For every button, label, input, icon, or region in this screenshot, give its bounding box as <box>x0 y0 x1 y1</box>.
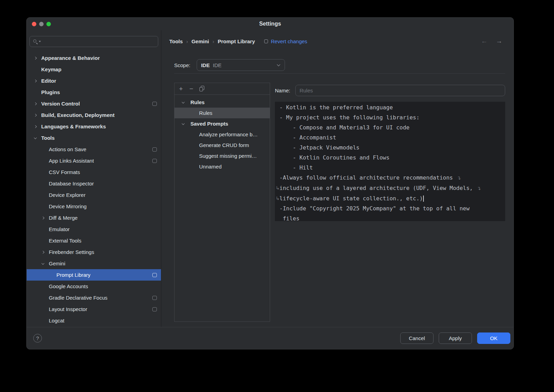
sidebar-item-google-accounts[interactable]: Google Accounts <box>27 281 161 292</box>
sidebar-item-layout-inspector[interactable]: Layout Inspector <box>27 303 161 315</box>
chevron-right-icon[interactable] <box>41 251 49 253</box>
sidebar-item-device-explorer[interactable]: Device Explorer <box>27 189 161 201</box>
prompt-item-suggest-missing-permi[interactable]: Suggest missing permi… <box>175 151 270 161</box>
sidebar-item-languages-and-frameworks[interactable]: Languages & Frameworks <box>27 121 161 132</box>
plugin-badge-icon <box>152 147 157 152</box>
prompt-group-saved-prompts[interactable]: Saved Prompts <box>175 118 270 129</box>
sidebar-item-csv-formats[interactable]: CSV Formats <box>27 166 161 178</box>
tree-indent-spacer <box>41 308 49 310</box>
sidebar-item-actions-on-save[interactable]: Actions on Save <box>27 144 161 155</box>
prompt-item-generate-crud-form[interactable]: Generate CRUD form <box>175 140 270 151</box>
close-window-button[interactable] <box>32 22 36 26</box>
breadcrumb-separator: › <box>213 38 214 44</box>
sidebar-item-gradle-declarative-focus[interactable]: Gradle Declarative Focus <box>27 292 161 303</box>
prompt-list-toolbar: + − <box>175 83 270 95</box>
sidebar-item-plugins[interactable]: Plugins <box>27 86 161 98</box>
sidebar-item-app-links-assistant[interactable]: App Links Assistant <box>27 155 161 166</box>
sidebar-item-editor[interactable]: Editor <box>27 75 161 86</box>
minimize-window-button[interactable] <box>39 22 44 26</box>
prompt-item-analyze-performance-b[interactable]: Analyze performance b… <box>175 129 270 140</box>
plugin-badge-icon <box>152 159 157 163</box>
sidebar-item-external-tools[interactable]: External Tools <box>27 235 161 246</box>
ok-button[interactable]: OK <box>477 332 510 344</box>
window-title: Settings <box>259 21 281 27</box>
code-text: - Kotlin is the preferred language <box>279 104 393 111</box>
history-navigation: ← → <box>481 37 505 45</box>
plugin-badge-icon <box>152 102 157 106</box>
search-icon <box>33 39 38 44</box>
chevron-right-icon[interactable] <box>34 126 41 128</box>
soft-wrap-icon: ↳ <box>276 183 280 193</box>
titlebar: Settings <box>27 18 513 30</box>
sidebar-item-appearance-and-behavior[interactable]: Appearance & Behavior <box>27 52 161 64</box>
breadcrumb-item-gemini[interactable]: Gemini <box>191 38 209 44</box>
prompt-label: Suggest missing permi… <box>199 153 260 159</box>
tree-indent-spacer <box>41 183 49 184</box>
add-prompt-button[interactable]: + <box>179 85 183 92</box>
text-cursor <box>423 195 424 202</box>
chevron-right-icon[interactable] <box>34 103 41 105</box>
sidebar-item-build-execution-deployment[interactable]: Build, Execution, Deployment <box>27 109 161 121</box>
settings-tree: Appearance & BehaviorKeymapEditorPlugins… <box>27 47 161 327</box>
copy-prompt-button[interactable] <box>200 86 204 91</box>
chevron-down-icon[interactable] <box>181 123 190 125</box>
prompt-text-editor[interactable]: - Kotlin is the preferred language- My p… <box>275 102 505 221</box>
chevron-down-icon[interactable] <box>41 263 49 264</box>
scope-dropdown[interactable]: IDE IDE <box>197 59 285 71</box>
sidebar-item-label: CSV Formats <box>49 169 80 175</box>
chevron-right-icon[interactable] <box>41 217 49 219</box>
tree-indent-spacer <box>41 228 49 230</box>
apply-button[interactable]: Apply <box>439 332 472 344</box>
forward-arrow-button[interactable]: → <box>496 37 502 45</box>
tree-indent-spacer <box>41 148 49 150</box>
chevron-down-icon[interactable] <box>181 102 190 103</box>
sidebar-item-label: Actions on Save <box>49 146 86 152</box>
breadcrumb-item-tools[interactable]: Tools <box>169 38 183 44</box>
chevron-down-icon[interactable] <box>34 137 41 139</box>
prompt-item-unnamed[interactable]: Unnamed <box>175 161 270 172</box>
search-history-chevron-icon[interactable] <box>39 41 41 42</box>
code-text: including use of a layered architecture … <box>279 185 476 191</box>
breadcrumb-item-prompt-library[interactable]: Prompt Library <box>218 38 255 44</box>
sidebar-item-gemini[interactable]: Gemini <box>27 258 161 269</box>
dialog-body: Appearance & BehaviorKeymapEditorPlugins… <box>27 30 513 327</box>
sidebar-item-device-mirroring[interactable]: Device Mirroring <box>27 201 161 212</box>
sidebar-item-tools[interactable]: Tools <box>27 132 161 144</box>
sidebar-item-emulator[interactable]: Emulator <box>27 224 161 235</box>
sidebar-item-version-control[interactable]: Version Control <box>27 98 161 109</box>
chevron-right-icon[interactable] <box>34 57 41 59</box>
code-line: - Accompanist <box>279 133 501 143</box>
code-text: - Hilt <box>279 164 313 171</box>
tree-indent-spacer <box>41 194 49 196</box>
window-controls <box>32 18 51 30</box>
remove-prompt-button[interactable]: − <box>189 85 193 92</box>
prompt-name-input[interactable]: Rules <box>295 85 505 96</box>
code-text: lifecycle-aware UI state collection., et… <box>279 195 423 202</box>
chevron-right-icon[interactable] <box>34 114 41 116</box>
sidebar-item-keymap[interactable]: Keymap <box>27 64 161 75</box>
prompt-item-rules[interactable]: Rules <box>175 108 270 118</box>
chevron-right-icon[interactable] <box>34 80 41 82</box>
sidebar-item-logcat[interactable]: Logcat <box>27 315 161 326</box>
sidebar-item-label: Firebender Settings <box>49 249 94 255</box>
sidebar-item-label: Editor <box>41 78 56 84</box>
zoom-window-button[interactable] <box>46 22 51 26</box>
sidebar-item-label: External Tools <box>49 238 81 244</box>
prompt-label: Saved Prompts <box>190 121 231 127</box>
sidebar-item-label: Build, Execution, Deployment <box>41 112 115 118</box>
prompt-group-rules[interactable]: Rules <box>175 97 270 108</box>
help-button[interactable]: ? <box>33 334 42 343</box>
sidebar-item-prompt-library[interactable]: Prompt Library <box>27 269 161 281</box>
code-line: ↳including use of a layered architecture… <box>279 183 501 193</box>
sidebar-item-firebender-settings[interactable]: Firebender Settings <box>27 246 161 258</box>
cancel-button[interactable]: Cancel <box>400 332 434 344</box>
tree-indent-spacer <box>41 206 49 207</box>
settings-search-input[interactable] <box>29 36 158 47</box>
sidebar-item-label: Prompt Library <box>56 272 90 278</box>
sidebar-item-diff-and-merge[interactable]: Diff & Merge <box>27 212 161 224</box>
tree-indent-spacer <box>49 274 56 276</box>
sidebar-item-database-inspector[interactable]: Database Inspector <box>27 178 161 189</box>
revert-icon <box>264 39 268 43</box>
back-arrow-button[interactable]: ← <box>481 37 488 45</box>
revert-changes-link[interactable]: Revert changes <box>271 38 307 44</box>
